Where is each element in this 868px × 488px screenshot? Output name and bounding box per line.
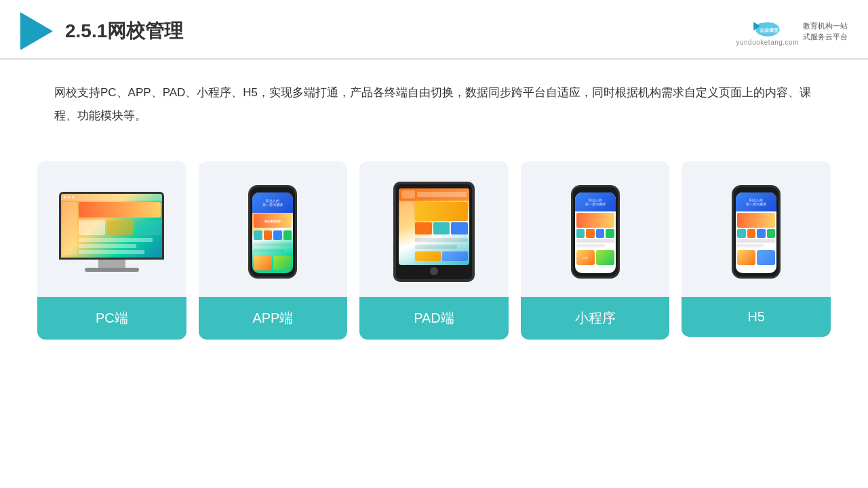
card-pc: PC端 <box>37 161 186 340</box>
app-phone-screen: 职达人的第一堂沟通课 精品课程推荐 <box>252 192 293 273</box>
brand-tagline: 教育机构一站 式服务云平台 <box>803 20 848 43</box>
pad-tablet-mockup <box>393 182 475 282</box>
card-app-image: 职达人的第一堂沟通课 精品课程推荐 <box>199 161 348 297</box>
brand-url: yunduoketang.com <box>736 39 799 46</box>
card-pad-label: PAD端 <box>359 297 509 340</box>
card-h5: 职达人的第一堂沟通课 <box>682 161 831 337</box>
header-left: 2.5.1网校管理 <box>20 12 183 50</box>
cards-container: PC端 职达人的第一堂沟通课 精品课程推荐 <box>0 148 868 340</box>
card-mini: 职达人的第一堂沟通课 <box>521 161 670 340</box>
card-mini-label: 小程序 <box>521 297 670 340</box>
card-h5-label: H5 <box>682 297 831 337</box>
svg-text:云朵课堂: 云朵课堂 <box>760 26 779 33</box>
card-pc-label: PC端 <box>37 297 186 340</box>
pad-tablet-outer <box>393 182 475 282</box>
app-phone-mockup: 职达人的第一堂沟通课 精品课程推荐 <box>248 185 297 279</box>
h5-phone-mockup: 职达人的第一堂沟通课 <box>732 185 781 279</box>
h5-phone-screen: 职达人的第一堂沟通课 <box>736 192 776 273</box>
description-text: 网校支持PC、APP、PAD、小程序、H5，实现多端打通，产品各终端自由切换，数… <box>0 60 868 141</box>
card-pad-image <box>359 161 509 297</box>
mini-phone-mockup: 职达人的第一堂沟通课 <box>571 185 620 279</box>
mini-phone-outer: 职达人的第一堂沟通课 <box>571 185 620 279</box>
logo-triangle-icon <box>20 12 53 50</box>
app-phone-outer: 职达人的第一堂沟通课 精品课程推荐 <box>248 185 297 279</box>
brand-logo: 云朵课堂 yunduoketang.com 教育机构一站 式服务云平台 <box>736 17 848 46</box>
h5-phone-outer: 职达人的第一堂沟通课 <box>732 185 781 279</box>
card-pc-image <box>37 161 186 297</box>
card-app-label: APP端 <box>199 297 348 340</box>
card-mini-image: 职达人的第一堂沟通课 <box>521 161 670 297</box>
card-pad: PAD端 <box>359 161 509 340</box>
header-right: 云朵课堂 yunduoketang.com 教育机构一站 式服务云平台 <box>736 17 848 46</box>
pc-device-mockup <box>59 192 164 272</box>
card-app: 职达人的第一堂沟通课 精品课程推荐 <box>199 161 348 340</box>
cloud-logo-icon: 云朵课堂 yunduoketang.com <box>736 17 799 46</box>
mini-phone-screen: 职达人的第一堂沟通课 <box>575 192 616 273</box>
pc-monitor <box>59 192 164 260</box>
pad-tablet-screen <box>399 188 469 265</box>
page-title: 2.5.1网校管理 <box>65 18 183 44</box>
header: 2.5.1网校管理 云朵课堂 yunduoketang.com 教育机构一站 <box>0 0 868 60</box>
card-h5-image: 职达人的第一堂沟通课 <box>682 161 831 297</box>
